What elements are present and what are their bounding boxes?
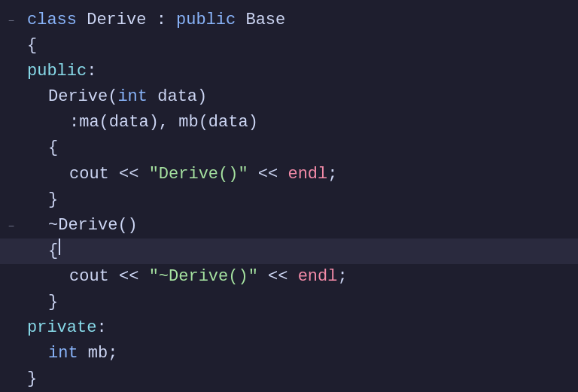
code-token: class xyxy=(27,8,77,33)
code-line: −{ xyxy=(0,135,578,161)
code-line: −{ xyxy=(0,33,578,59)
indent-space xyxy=(27,264,69,290)
indent-space xyxy=(27,187,48,213)
code-token: ( xyxy=(99,110,109,135)
code-token: << xyxy=(109,264,149,290)
code-token: ) xyxy=(197,84,207,110)
code-token: } xyxy=(48,187,58,213)
line-gutter: − xyxy=(6,39,23,56)
code-token: : xyxy=(96,315,106,341)
code-line: −} xyxy=(0,187,578,213)
indent-space xyxy=(27,162,69,187)
code-token: Base xyxy=(245,8,285,33)
code-line: −cout << "~Derive()" << endl; xyxy=(0,264,578,290)
line-gutter: − xyxy=(6,321,23,338)
code-line: −Derive(int data) xyxy=(0,84,578,110)
text-cursor xyxy=(59,239,60,255)
code-line: −~Derive() xyxy=(0,213,578,239)
code-line: −:ma(data), mb(data) xyxy=(0,110,578,135)
indent-space xyxy=(27,84,48,110)
code-token: public xyxy=(27,59,87,84)
code-token: << xyxy=(258,264,298,290)
code-token: int xyxy=(48,341,78,366)
indent-space xyxy=(27,135,48,161)
indent-space xyxy=(27,213,48,239)
code-line: −class Derive : public Base xyxy=(0,8,578,33)
code-line: −private: xyxy=(0,315,578,341)
code-token: ~Derive xyxy=(48,213,117,239)
code-token: : xyxy=(157,8,166,33)
code-token: ) xyxy=(248,110,258,135)
fold-button[interactable]: − xyxy=(6,14,17,30)
code-token: "~Derive()" xyxy=(149,264,258,290)
indent-space xyxy=(27,290,48,315)
code-token: data xyxy=(148,84,197,110)
line-gutter: − xyxy=(6,141,23,158)
code-token: ; xyxy=(327,162,337,187)
code-token: ( xyxy=(108,84,117,110)
code-token: << xyxy=(248,162,288,187)
code-token: ; xyxy=(108,341,117,366)
code-token: mb xyxy=(78,341,108,366)
code-token: public xyxy=(166,8,246,33)
code-token: endl xyxy=(298,264,338,290)
indent-space xyxy=(27,239,48,264)
code-line: −{ xyxy=(0,239,578,264)
code-token: int xyxy=(117,84,148,110)
code-token: ), mb( xyxy=(149,110,208,135)
line-gutter: − xyxy=(6,116,23,132)
code-token: data xyxy=(208,110,248,135)
code-line: −} xyxy=(0,366,578,392)
code-line: −cout << "Derive()" << endl; xyxy=(0,162,578,187)
code-token: Derive xyxy=(48,84,108,110)
indent-space xyxy=(27,110,69,135)
code-token: endl xyxy=(287,162,327,187)
line-gutter: − xyxy=(6,168,23,184)
code-token: () xyxy=(117,213,137,239)
code-token: cout xyxy=(69,264,109,290)
line-gutter: − xyxy=(6,14,23,30)
line-gutter: − xyxy=(6,245,23,261)
line-gutter: − xyxy=(6,90,23,107)
line-gutter: − xyxy=(6,270,23,287)
code-line: −int mb; xyxy=(0,341,578,366)
code-token: : xyxy=(87,59,96,84)
fold-button[interactable]: − xyxy=(6,219,17,236)
code-token: "Derive()" xyxy=(149,162,248,187)
code-token: { xyxy=(48,239,58,264)
line-gutter: − xyxy=(6,219,23,236)
line-gutter: − xyxy=(6,296,23,312)
line-gutter: − xyxy=(6,65,23,81)
code-line: −public: xyxy=(0,59,578,84)
code-editor[interactable]: −class Derive : public Base−{−public:−De… xyxy=(0,0,578,392)
code-token: private xyxy=(27,315,96,341)
code-token: cout xyxy=(69,162,109,187)
code-token: data xyxy=(109,110,149,135)
line-gutter: − xyxy=(6,347,23,363)
code-token: << xyxy=(109,162,149,187)
code-token: ; xyxy=(337,264,347,290)
code-token: } xyxy=(48,290,58,315)
line-gutter: − xyxy=(6,372,23,389)
indent-space xyxy=(27,341,48,366)
code-token: :ma xyxy=(69,110,99,135)
code-token: { xyxy=(48,135,58,161)
code-token: } xyxy=(27,366,37,392)
code-token: Derive xyxy=(77,8,157,33)
code-line: −} xyxy=(0,290,578,315)
line-gutter: − xyxy=(6,193,23,210)
code-token: { xyxy=(27,33,37,59)
